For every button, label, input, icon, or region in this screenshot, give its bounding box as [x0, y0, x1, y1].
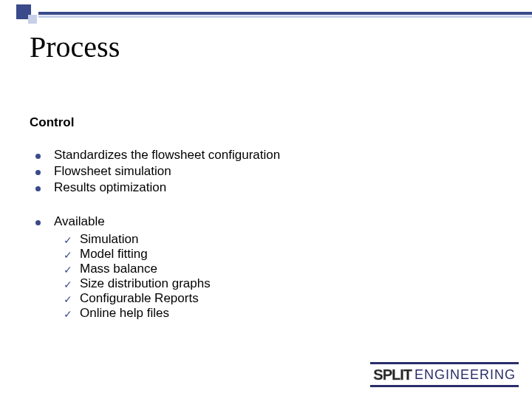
- logo-text-split: SPLIT: [373, 366, 412, 383]
- check-icon: ✓: [64, 264, 72, 276]
- list-item-text: Flowsheet simulation: [54, 164, 171, 179]
- top-decoration: [0, 0, 532, 24]
- list-item: ✓ Simulation: [64, 232, 211, 247]
- check-icon: ✓: [64, 308, 72, 320]
- list-item: ✓ Mass balance: [64, 262, 211, 276]
- list-item: Available: [35, 214, 105, 229]
- bullet-dot-icon: [35, 186, 41, 191]
- list-item: ✓ Model fitting: [64, 247, 211, 262]
- list-item-text: Configurable Reports: [80, 291, 199, 306]
- accent-square-light: [28, 15, 37, 24]
- check-icon: ✓: [64, 279, 72, 290]
- list-item-text: Available: [54, 214, 105, 229]
- list-item-text: Simulation: [80, 232, 138, 247]
- list-item-text: Online help files: [80, 306, 169, 321]
- section-heading: Control: [30, 115, 74, 130]
- check-icon: ✓: [64, 293, 72, 305]
- bullet-list-secondary: Available: [35, 214, 105, 229]
- bullet-dot-icon: [35, 170, 41, 175]
- bullet-dot-icon: [35, 154, 41, 159]
- company-logo: SPLIT ENGINEERING: [370, 362, 519, 387]
- logo-text-engineering: ENGINEERING: [415, 367, 516, 383]
- bullet-list-primary: Standardizes the flowsheet configuration…: [35, 148, 280, 197]
- list-item-text: Size distribution graphs: [80, 276, 211, 291]
- sub-bullet-list: ✓ Simulation ✓ Model fitting ✓ Mass bala…: [64, 232, 211, 321]
- rule-light: [38, 16, 532, 18]
- list-item-text: Standardizes the flowsheet configuration: [54, 148, 280, 163]
- check-icon: ✓: [64, 234, 72, 246]
- list-item-text: Results optimization: [54, 180, 166, 195]
- check-icon: ✓: [64, 249, 72, 261]
- list-item: Results optimization: [35, 180, 280, 195]
- slide-title: Process: [30, 30, 120, 64]
- bullet-dot-icon: [35, 220, 41, 225]
- list-item: ✓ Size distribution graphs: [64, 276, 211, 291]
- list-item: Standardizes the flowsheet configuration: [35, 148, 280, 163]
- list-item: ✓ Online help files: [64, 306, 211, 321]
- list-item-text: Mass balance: [80, 262, 157, 276]
- list-item: Flowsheet simulation: [35, 164, 280, 179]
- list-item-text: Model fitting: [80, 247, 148, 262]
- slide: Process Control Standardizes the flowshe…: [0, 0, 532, 399]
- rule-dark: [38, 12, 532, 15]
- list-item: ✓ Configurable Reports: [64, 291, 211, 306]
